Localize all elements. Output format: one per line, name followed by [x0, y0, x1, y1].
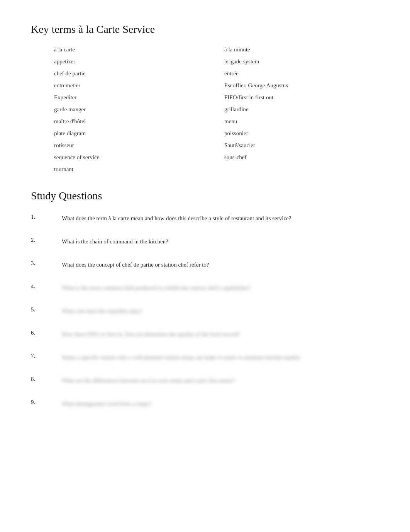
key-term: à la carte: [54, 45, 209, 54]
key-terms-grid: à la carteà la minuteappetizerbrigade sy…: [31, 45, 379, 174]
key-term: appetizer: [54, 57, 209, 66]
key-terms-section: Key terms à la Carte Service à la carteà…: [31, 23, 379, 174]
question-item: 9.What distinguishes food from a toque?: [31, 399, 379, 408]
question-item: 1.What does the term à la carte mean and…: [31, 214, 379, 223]
key-term: sous-chef: [224, 153, 379, 162]
question-number: 3.: [31, 260, 62, 267]
key-term: plate diagram: [54, 129, 209, 138]
question-item: 8.What are the differences between an à …: [31, 376, 379, 385]
question-text: How does FIFO or first in, first out det…: [62, 330, 379, 339]
question-item: 7.Name a specific reason why a well-plan…: [31, 353, 379, 362]
key-term: FIFO/first in first out: [224, 93, 379, 102]
questions-list: 1.What does the term à la carte mean and…: [31, 214, 379, 408]
key-terms-title: Key terms à la Carte Service: [31, 23, 379, 36]
question-number: 6.: [31, 330, 62, 336]
question-number: 8.: [31, 376, 62, 382]
study-questions-section: Study Questions 1.What does the term à l…: [31, 190, 379, 408]
key-term: à la minute: [224, 45, 379, 54]
question-number: 9.: [31, 399, 62, 406]
key-term: brigade system: [224, 57, 379, 66]
question-text: What does the term à la carte mean and h…: [62, 214, 379, 223]
key-term: menu: [224, 117, 379, 126]
key-term: poissonier: [224, 129, 379, 138]
key-term: tournant: [54, 165, 209, 174]
key-term: Escoffier, George Augustus: [224, 81, 379, 90]
key-term: entrée: [224, 69, 379, 78]
key-term: chef de partie: [54, 69, 209, 78]
question-text: What is the most common dish produced to…: [62, 283, 379, 292]
question-number: 7.: [31, 353, 62, 359]
key-term: entremetier: [54, 81, 209, 90]
question-number: 1.: [31, 214, 62, 220]
question-text: What is the chain of command in the kitc…: [62, 237, 379, 246]
study-questions-title: Study Questions: [31, 190, 379, 202]
question-text: Name a specific reason why a well-planne…: [62, 353, 379, 362]
question-number: 5.: [31, 306, 62, 313]
key-term: Expediter: [54, 93, 209, 102]
key-term: sequence of service: [54, 153, 209, 162]
question-item: 4.What is the most common dish produced …: [31, 283, 379, 292]
key-term: grillardine: [224, 105, 379, 114]
key-term: garde manger: [54, 105, 209, 114]
question-number: 4.: [31, 283, 62, 290]
question-item: 6.How does FIFO or first in, first out d…: [31, 330, 379, 339]
key-term: maître d'hôtel: [54, 117, 209, 126]
question-item: 2.What is the chain of command in the ki…: [31, 237, 379, 246]
key-term: Sauté/saucier: [224, 141, 379, 150]
question-number: 2.: [31, 237, 62, 243]
question-text: What distinguishes food from a toque?: [62, 399, 379, 408]
question-text: What role does the expediter play?: [62, 306, 379, 316]
question-text: What are the differences between an à la…: [62, 376, 379, 385]
question-item: 5.What role does the expediter play?: [31, 306, 379, 316]
key-term: rotisseur: [54, 141, 209, 150]
question-item: 3.What does the concept of chef de parti…: [31, 260, 379, 269]
question-text: What does the concept of chef de partie …: [62, 260, 379, 269]
key-term: [224, 165, 379, 174]
